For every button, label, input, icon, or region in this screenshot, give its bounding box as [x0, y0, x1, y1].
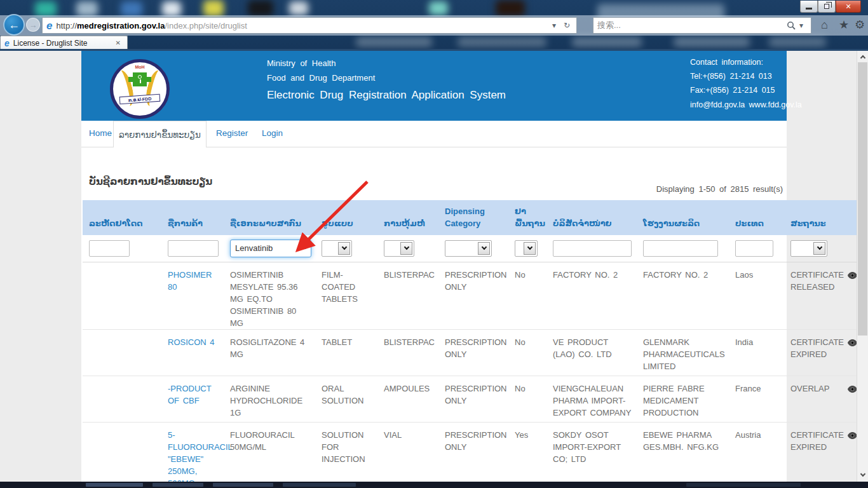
filter-trade-name-input[interactable]: [168, 240, 219, 257]
scroll-up-icon[interactable]: [857, 51, 868, 62]
clear-filter-icon[interactable]: ✕: [301, 243, 307, 251]
contact-tel: Tel:+(856) 21-214 013: [690, 72, 772, 81]
tab-favicon: e: [4, 39, 10, 48]
filter-country-input[interactable]: [735, 240, 773, 257]
cell-distributor: FACTORY NO. 2: [546, 262, 637, 329]
cell-packaging: BLISTERPAC: [377, 329, 438, 376]
cell-generic: FLUOROURACIL 50MG/ML: [224, 422, 315, 488]
page-title: ບັນຊີລາຍການຢາຂຶ້ນທະບຽນ: [89, 176, 212, 187]
col-form[interactable]: ຮູບແບບ: [315, 200, 377, 235]
cell-factory: EBEWE PHARMA GES.MBH. NFG.KG: [637, 422, 729, 488]
cell-basic: No: [508, 376, 546, 422]
col-dispensing-category[interactable]: Dipensing Category: [438, 200, 508, 235]
cell-distributor: VE PRODUCT (LAO) CO. LTD: [546, 329, 637, 376]
filter-basic-drug-select[interactable]: [515, 240, 538, 257]
restore-button[interactable]: [818, 1, 836, 13]
table-row: ROSICON 4 ROSIGLITAZONE 4 MG TABLET BLIS…: [83, 329, 857, 376]
search-icon[interactable]: [787, 21, 796, 30]
browser-tab[interactable]: e License - Druglist Site ✕: [0, 36, 128, 50]
browser-search-box[interactable]: 搜索... ▾: [593, 17, 811, 34]
filter-form-select[interactable]: [322, 240, 352, 257]
nav-register[interactable]: Register: [216, 128, 248, 138]
drug-link[interactable]: -PRODUCT OF CBF: [168, 384, 211, 405]
cell-generic: OSIMERTINIB MESYLATE 95.36 MG EQ.TO OSIM…: [224, 262, 315, 329]
col-packaging[interactable]: ການຫຸ້ມຫໍ່: [377, 200, 438, 235]
filter-drug-code-input[interactable]: [89, 240, 130, 257]
contact-fax: Fax:+(856) 21-214 015: [690, 86, 775, 95]
filter-generic-name-box: ✕: [230, 240, 311, 257]
filter-factory-input[interactable]: [643, 240, 718, 257]
col-drug-code[interactable]: ລະຫັດຢາໂດດ: [83, 200, 161, 235]
cell-form: SOLUTION FOR INJECTION: [315, 422, 377, 488]
browser-window: ✕ ← → e http://medregistration.gov.la/in…: [0, 0, 868, 488]
col-basic-drug[interactable]: ຢາພື້ນຖານ: [508, 200, 546, 235]
drug-link[interactable]: ROSICON 4: [168, 337, 215, 347]
tab-close-icon[interactable]: ✕: [113, 38, 123, 48]
logo-moh-text: MoH: [113, 65, 166, 69]
filter-dispensing-select[interactable]: [445, 240, 492, 257]
col-status[interactable]: ສະຖານະ: [784, 200, 841, 235]
cell-country: India: [729, 329, 784, 376]
cell-status: OVERLAP: [784, 376, 841, 422]
back-button[interactable]: ←: [3, 14, 25, 36]
view-icon[interactable]: [841, 376, 857, 422]
cell-status: CERTIFICATE RELEASED: [784, 262, 841, 329]
nav-druglist-label: ລາຍການຢາຂຶ້ນທະບຽນ: [119, 130, 201, 140]
vertical-scrollbar[interactable]: [857, 51, 868, 482]
close-window-button[interactable]: ✕: [836, 1, 861, 13]
drug-link[interactable]: 5-FLUOROURACIL "EBEWE" 250MG, 500MG: [168, 430, 232, 488]
contact-title: Contact information:: [690, 58, 763, 67]
address-bar[interactable]: e http://medregistration.gov.la/index.ph…: [42, 17, 577, 34]
cell-dispensing: PRESCRIPTION ONLY: [438, 422, 508, 488]
favorites-star-icon[interactable]: ★: [839, 19, 849, 30]
cell-basic: Yes: [508, 422, 546, 488]
filter-status-select[interactable]: [790, 240, 827, 257]
settings-gear-icon[interactable]: ⚙: [855, 19, 865, 30]
home-icon[interactable]: ⌂: [821, 19, 828, 30]
taskbar-strip: [0, 482, 868, 488]
tab-title: License - Druglist Site: [13, 39, 113, 48]
filter-generic-name-input[interactable]: [230, 240, 311, 257]
col-country[interactable]: ປະເທດ: [729, 200, 784, 235]
col-factory[interactable]: ໂຮງງານຜະລິດ: [637, 200, 729, 235]
cell-generic: ARGININE HYDROCHLORIDE 1G: [224, 376, 315, 422]
nav-login[interactable]: Login: [262, 128, 283, 138]
cell-packaging: BLISTERPAC: [377, 262, 438, 329]
system-title: Electronic Drug Registration Application…: [267, 89, 506, 102]
col-distributor[interactable]: ບໍລິສັດຈຳໜ່າຍ: [546, 200, 637, 235]
search-dropdown-icon[interactable]: ▾: [796, 21, 807, 30]
results-summary: Displaying 1-50 of 2815 result(s): [469, 184, 783, 194]
browser-chrome: ✕ ← → e http://medregistration.gov.la/in…: [0, 0, 868, 51]
nav-home[interactable]: Home: [89, 128, 112, 138]
minimize-button[interactable]: [800, 1, 818, 13]
scrollbar-thumb[interactable]: [858, 62, 867, 336]
drug-link[interactable]: PHOSIMER 80: [168, 270, 212, 292]
table-row: -PRODUCT OF CBF ARGININE HYDROCHLORIDE 1…: [83, 376, 857, 422]
nav-druglist-active-tab[interactable]: ລາຍການຢາຂຶ້ນທະບຽນ: [113, 121, 207, 147]
minimize-icon: [806, 8, 812, 10]
search-placeholder: 搜索...: [597, 20, 787, 31]
scroll-down-icon[interactable]: [857, 470, 868, 480]
cell-drug-code: [83, 262, 161, 329]
cell-generic: ROSIGLITAZONE 4 MG: [224, 329, 315, 376]
forward-icon: →: [29, 20, 37, 30]
address-dropdown-icon[interactable]: ▾: [548, 21, 560, 30]
cell-country: Austria: [729, 422, 784, 488]
table-header-row: ລະຫັດຢາໂດດ ຊື່ການຄ້າ ຊື່ເອກະພາບສາກົນ ຮູບ…: [83, 200, 857, 235]
contact-email-web: info@fdd.gov.la www.fdd.gov.la: [690, 100, 802, 109]
col-trade-name[interactable]: ຊື່ການຄ້າ: [161, 200, 224, 235]
ministry-line: Ministry of Health: [267, 58, 336, 68]
url-path: /index.php/site/druglist: [165, 21, 247, 30]
select-caret-icon: [524, 242, 536, 255]
col-generic-name[interactable]: ຊື່ເອກະພາບສາກົນ: [224, 200, 315, 235]
cell-form: FILM-COATED TABLETS: [315, 262, 377, 329]
filter-packaging-select[interactable]: [384, 240, 414, 257]
forward-button[interactable]: →: [26, 18, 40, 32]
close-icon: ✕: [845, 3, 851, 10]
col-actions: [841, 200, 857, 235]
refresh-icon[interactable]: ↻: [560, 21, 574, 30]
filter-distributor-input[interactable]: [553, 240, 632, 257]
table-row: PHOSIMER 80 OSIMERTINIB MESYLATE 95.36 M…: [83, 262, 857, 329]
cell-status: CERTIFICATE EXPIRED: [784, 422, 841, 488]
moh-fdd-logo: MoH ກ.ອ.ຢ-FDD: [110, 59, 170, 119]
